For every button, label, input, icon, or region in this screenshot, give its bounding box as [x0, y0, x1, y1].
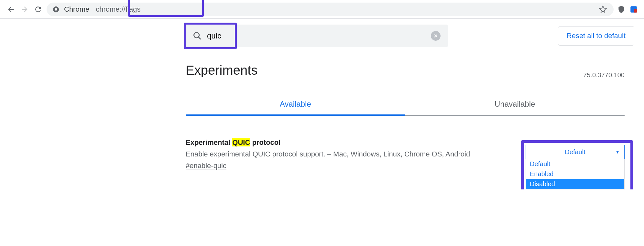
search-input[interactable]	[207, 31, 426, 40]
back-button[interactable]	[6, 4, 16, 15]
ublock-extension-icon[interactable]	[617, 5, 626, 14]
tab-unavailable[interactable]: Unavailable	[405, 94, 625, 116]
flag-dropdown: Default ▼ Default Enabled Disabled	[526, 145, 625, 189]
dropdown-option-disabled[interactable]: Disabled	[526, 179, 624, 189]
reset-all-button[interactable]: Reset all to default	[558, 26, 634, 46]
search-highlight: QUIC	[232, 138, 250, 146]
chevron-down-icon: ▼	[615, 149, 620, 155]
page-title: Experiments	[186, 63, 625, 78]
version-label: 75.0.3770.100	[583, 71, 625, 79]
svg-line-5	[199, 37, 201, 39]
dropdown-option-default[interactable]: Default	[526, 159, 624, 169]
bookmark-star-icon[interactable]	[598, 5, 608, 14]
tabs: Available Unavailable	[186, 94, 625, 116]
browser-toolbar: Chrome chrome://flags	[0, 0, 644, 19]
flags-search-box[interactable]	[186, 25, 448, 47]
extension-icon[interactable]	[629, 5, 638, 14]
svg-point-1	[55, 8, 57, 10]
url-text: chrome://flags	[94, 5, 142, 14]
flag-entry: Experimental QUIC protocol Enable experi…	[186, 138, 625, 189]
flag-description: Enable experimental QUIC protocol suppor…	[186, 150, 513, 158]
chrome-icon	[52, 6, 60, 13]
reload-button[interactable]	[33, 4, 43, 15]
forward-button[interactable]	[19, 4, 30, 15]
svg-point-4	[194, 33, 199, 38]
flag-title: Experimental QUIC protocol	[186, 138, 513, 147]
dropdown-selected: Default	[565, 148, 585, 156]
dropdown-list: Default Enabled Disabled	[526, 159, 625, 189]
flag-anchor-link[interactable]: #enable-quic	[186, 162, 226, 170]
tab-available[interactable]: Available	[186, 94, 405, 116]
search-icon	[193, 31, 202, 40]
flags-main: Experiments 75.0.3770.100 Available Unav…	[0, 53, 644, 189]
dropdown-option-enabled[interactable]: Enabled	[526, 169, 624, 179]
flags-search-row: Reset all to default	[0, 19, 644, 53]
clear-search-icon[interactable]	[431, 31, 441, 41]
dropdown-button[interactable]: Default ▼	[526, 145, 625, 159]
browser-label: Chrome	[64, 5, 89, 14]
svg-rect-3	[634, 9, 637, 13]
address-bar[interactable]: Chrome chrome://flags	[47, 3, 614, 16]
